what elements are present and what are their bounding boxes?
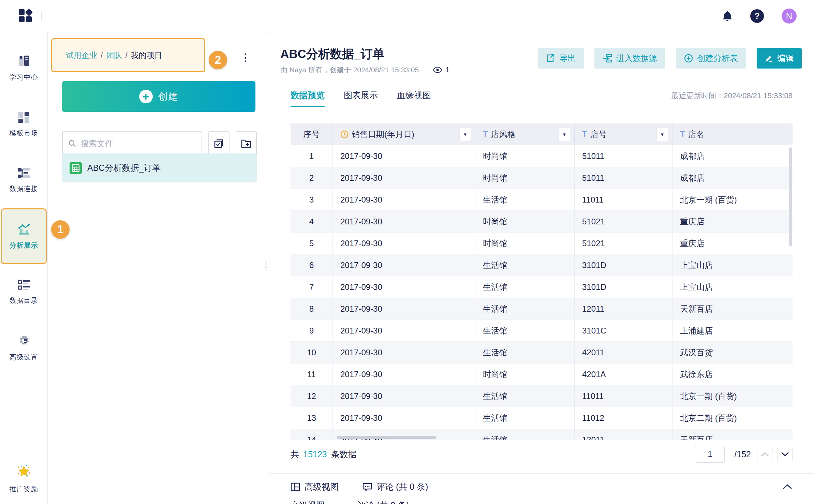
edit-button-label: 编辑: [777, 53, 794, 64]
table-row[interactable]: 22017-09-30时尚馆51011成都店: [291, 167, 793, 189]
page-total: /152: [734, 449, 751, 459]
table-row[interactable]: 42017-09-30时尚馆51021重庆店: [291, 211, 793, 233]
column-header-store-number[interactable]: T 店号 ▼: [575, 123, 672, 145]
sidebar-item-label: 高级设置: [10, 353, 38, 362]
column-dropdown[interactable]: ▼: [656, 128, 668, 141]
table-row[interactable]: 122017-09-30生活馆11011北京一期 (百货): [291, 385, 793, 407]
vertical-scrollbar[interactable]: [789, 147, 792, 246]
breadcrumb-link-enterprise[interactable]: 试用企业: [66, 50, 97, 61]
table-row[interactable]: 12017-09-30时尚馆51011成都店: [291, 145, 793, 167]
table-cell: 重庆店: [672, 211, 793, 232]
new-folder-button[interactable]: [236, 131, 257, 156]
table-row[interactable]: 52017-09-30时尚馆51021重庆店: [291, 233, 793, 254]
sidebar-item-label: 推广奖励: [10, 485, 38, 494]
table-row[interactable]: 112017-09-30时尚馆4201A武徐东店: [291, 364, 793, 385]
table-row[interactable]: 92017-09-30生活馆3101C上浦建店: [291, 320, 793, 342]
sidebar-item-label: 分析展示: [10, 241, 38, 250]
tab-data-preview[interactable]: 数据预览: [291, 90, 325, 102]
table-cell: 2017-09-30: [333, 145, 475, 167]
sidebar-item-promo-rewards[interactable]: 推广奖励: [0, 458, 47, 499]
text-type-icon: T: [582, 130, 587, 139]
chevron-up-icon: [782, 484, 793, 490]
table-row[interactable]: 82017-09-30生活馆12011天新百店: [291, 298, 793, 320]
table-cell: 成都店: [672, 145, 793, 167]
notifications-bell-icon[interactable]: [722, 11, 733, 21]
horizontal-scrollbar[interactable]: [337, 436, 436, 439]
column-dropdown[interactable]: ▼: [559, 128, 570, 141]
column-dropdown[interactable]: ▼: [459, 128, 471, 141]
page-number-input[interactable]: [695, 446, 725, 463]
table-cell: 9: [291, 320, 333, 341]
column-header-store-style[interactable]: T 店风格 ▼: [475, 123, 575, 145]
table-cell: 11011: [575, 385, 672, 407]
table-cell: 北京一期 (百货): [672, 189, 793, 210]
table-cell: 3101D: [575, 254, 672, 276]
search-input[interactable]: [62, 131, 202, 156]
view-count: 1: [433, 65, 449, 74]
table-cell: 51011: [575, 145, 672, 167]
clipped-panel-edge: 高级视图评论 (共 0 条): [291, 500, 563, 504]
previous-page-button[interactable]: [757, 447, 772, 462]
step-badge-2: 2: [209, 51, 227, 69]
breadcrumb-separator: /: [125, 51, 127, 60]
edit-button[interactable]: 编辑: [757, 48, 802, 69]
column-header-sale-date[interactable]: 销售日期(年月日) ▼: [333, 123, 475, 145]
file-item[interactable]: ABC分析数据_订单: [62, 153, 257, 182]
comments-button[interactable]: 评论 (共 0 条): [363, 481, 428, 492]
tab-lineage-view[interactable]: 血缘视图: [397, 90, 431, 102]
column-header-index[interactable]: 序号: [291, 123, 333, 145]
table-cell: 3101C: [575, 320, 672, 341]
text-type-icon: T: [483, 130, 488, 139]
create-button[interactable]: + 创建: [62, 81, 255, 112]
table-row[interactable]: 32017-09-30生活馆11011北京一期 (百货): [291, 189, 793, 211]
table-row[interactable]: 102017-09-30生活馆42011武汉百货: [291, 342, 793, 364]
table-footer: 共 15123 条数据 /152: [291, 445, 793, 464]
table-row[interactable]: 72017-09-30生活馆3101D上宝山店: [291, 276, 793, 298]
table-cell: 12: [291, 385, 333, 407]
table-cell: 8: [291, 298, 333, 320]
sidebar-item-template-market[interactable]: 模板市场: [0, 97, 47, 152]
sidebar-item-advanced-settings[interactable]: 高级设置: [0, 320, 47, 376]
step-badge-1: 1: [51, 220, 70, 239]
breadcrumb-link-team[interactable]: 团队: [106, 50, 122, 61]
app-logo-icon[interactable]: [19, 9, 32, 23]
table-body: 12017-09-30时尚馆51011成都店22017-09-30时尚馆5101…: [291, 145, 793, 440]
enter-datasource-button[interactable]: 进入数据源: [594, 48, 665, 69]
date-type-icon: [340, 130, 349, 138]
advanced-view-label: 高级视图: [305, 481, 339, 492]
sidebar-item-analysis-display[interactable]: 分析展示: [1, 208, 47, 264]
create-analysis-table-button[interactable]: 创建分析表: [676, 48, 746, 69]
column-header-store-name[interactable]: T 店名: [672, 123, 793, 145]
collapse-panel-button[interactable]: [782, 484, 793, 490]
export-button-label: 导出: [559, 53, 576, 64]
table-cell: 11: [291, 364, 333, 385]
sidebar-item-data-connection[interactable]: 数据连接: [0, 152, 47, 208]
help-icon[interactable]: ?: [750, 9, 764, 23]
more-menu-button[interactable]: ⋮: [239, 50, 252, 65]
table-row[interactable]: 132017-09-30生活馆11012北京二期 (百货): [291, 407, 793, 429]
template-market-icon: [18, 112, 30, 124]
search-field[interactable]: [80, 139, 196, 148]
search-icon: [68, 139, 76, 148]
sidebar-item-learning-center[interactable]: 学习中心: [0, 41, 47, 97]
advanced-view-icon: [291, 483, 300, 491]
tab-chart-display[interactable]: 图表展示: [344, 90, 378, 102]
table-cell: 2017-09-30: [333, 320, 475, 341]
datasource-icon: [603, 54, 612, 63]
multi-select-button[interactable]: [208, 131, 230, 156]
advanced-view-button[interactable]: 高级视图: [291, 481, 339, 492]
sidebar-item-data-catalog[interactable]: 数据目录: [0, 264, 47, 320]
table-row[interactable]: 62017-09-30生活馆3101D上宝山店: [291, 254, 793, 276]
screen: ? N 学习中心 模板市场 数据连接: [0, 0, 813, 504]
chevron-down-icon: [781, 452, 789, 457]
table-cell: 10: [291, 342, 333, 363]
table-cell: 时尚馆: [475, 145, 575, 167]
panel-resize-handle[interactable]: ⋮⋮: [262, 262, 269, 269]
avatar[interactable]: N: [782, 9, 797, 24]
view-count-value: 1: [445, 65, 449, 74]
table-cell: 上浦建店: [672, 320, 793, 341]
export-button[interactable]: 导出: [538, 48, 584, 69]
next-page-button[interactable]: [777, 447, 793, 462]
comments-label: 评论 (共 0 条): [376, 481, 428, 492]
eye-icon: [433, 67, 442, 73]
